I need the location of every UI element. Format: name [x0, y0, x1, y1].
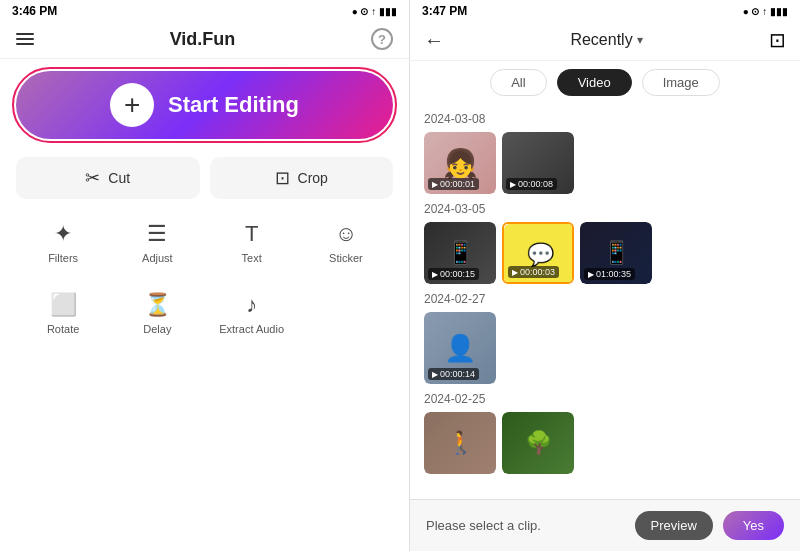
- media-scroll[interactable]: 2024-03-08 👧 ▶ 00:00:01 ▶ 00:00:08: [410, 104, 800, 481]
- filters-button[interactable]: ✦ Filters: [16, 213, 110, 272]
- yes-button[interactable]: Yes: [723, 511, 784, 540]
- help-button[interactable]: ?: [371, 28, 393, 50]
- right-status-icons: ● ⊙ ↑ ▮▮▮: [743, 6, 788, 17]
- crop-icon: ⊡: [275, 167, 290, 189]
- start-editing-label: Start Editing: [168, 92, 299, 118]
- recently-dropdown[interactable]: Recently ▾: [570, 31, 642, 49]
- adjust-icon: ☰: [147, 221, 167, 247]
- cut-icon: ✂: [85, 167, 100, 189]
- adjust-label: Adjust: [142, 252, 173, 264]
- recently-label: Recently: [570, 31, 632, 49]
- left-time: 3:46 PM: [12, 4, 57, 18]
- cut-label: Cut: [108, 170, 130, 186]
- start-editing-container: + Start Editing: [0, 59, 409, 151]
- text-label: Text: [242, 252, 262, 264]
- delay-icon: ⏳: [144, 292, 171, 318]
- media-row-2024-02-25: 🚶 🌳: [424, 412, 786, 474]
- hamburger-menu[interactable]: [16, 33, 34, 45]
- bottom-actions: Preview Yes: [635, 511, 784, 540]
- media-thumb[interactable]: 👧 ▶ 00:00:01: [424, 132, 496, 194]
- filters-icon: ✦: [54, 221, 72, 247]
- sticker-label: Sticker: [329, 252, 363, 264]
- duration-badge: ▶ 00:00:03: [508, 266, 559, 278]
- play-icon: ▶: [432, 270, 438, 279]
- play-icon: ▶: [432, 370, 438, 379]
- tab-all[interactable]: All: [490, 69, 546, 96]
- duration-badge: ▶ 00:00:01: [428, 178, 479, 190]
- right-status-bar: 3:47 PM ● ⊙ ↑ ▮▮▮: [410, 0, 800, 22]
- icon-grid-row2: ⬜ Rotate ⏳ Delay ♪ Extract Audio: [0, 280, 409, 347]
- delay-button[interactable]: ⏳ Delay: [110, 284, 204, 343]
- back-button[interactable]: ←: [424, 29, 444, 52]
- left-status-icons: ● ⊙ ↑ ▮▮▮: [352, 6, 397, 17]
- extract-audio-icon: ♪: [246, 292, 257, 318]
- play-icon: ▶: [512, 268, 518, 277]
- media-thumb[interactable]: 👤 ▶ 00:00:14: [424, 312, 496, 384]
- date-2024-03-05: 2024-03-05: [424, 202, 786, 216]
- media-row-2024-03-08: 👧 ▶ 00:00:01 ▶ 00:00:08: [424, 132, 786, 194]
- play-icon: ▶: [432, 180, 438, 189]
- crop-button[interactable]: ⊡ Crop: [210, 157, 394, 199]
- filters-label: Filters: [48, 252, 78, 264]
- date-2024-02-27: 2024-02-27: [424, 292, 786, 306]
- chevron-down-icon: ▾: [637, 33, 643, 47]
- left-header: Vid.Fun ?: [0, 22, 409, 59]
- duration-badge: ▶ 01:00:35: [584, 268, 635, 280]
- rotate-icon: ⬜: [50, 292, 77, 318]
- extract-audio-label: Extract Audio: [219, 323, 284, 335]
- media-thumb[interactable]: ▶ 00:00:08: [502, 132, 574, 194]
- icon-grid-row1: ✦ Filters ☰ Adjust T Text ☺ Sticker: [0, 205, 409, 280]
- text-icon: T: [245, 221, 258, 247]
- play-icon: ▶: [588, 270, 594, 279]
- preview-button[interactable]: Preview: [635, 511, 713, 540]
- media-thumb[interactable]: 🚶: [424, 412, 496, 474]
- app-title: Vid.Fun: [170, 29, 236, 50]
- date-2024-03-08: 2024-03-08: [424, 112, 786, 126]
- duration-badge: ▶ 00:00:14: [428, 368, 479, 380]
- rotate-label: Rotate: [47, 323, 79, 335]
- delay-label: Delay: [143, 323, 171, 335]
- filter-tabs: All Video Image: [410, 61, 800, 104]
- duration-badge: ▶ 00:00:08: [506, 178, 557, 190]
- tool-row-1: ✂ Cut ⊡ Crop: [0, 151, 409, 205]
- left-status-bar: 3:46 PM ● ⊙ ↑ ▮▮▮: [0, 0, 409, 22]
- plus-icon: +: [110, 83, 154, 127]
- media-thumb[interactable]: 📱 ▶ 01:00:35: [580, 222, 652, 284]
- cut-button[interactable]: ✂ Cut: [16, 157, 200, 199]
- media-row-2024-03-05: 📱 ▶ 00:00:15 💬 ▶ 00:00:03 📱: [424, 222, 786, 284]
- play-icon: ▶: [510, 180, 516, 189]
- media-thumb[interactable]: 📱 ▶ 00:00:15: [424, 222, 496, 284]
- extract-audio-button[interactable]: ♪ Extract Audio: [205, 284, 299, 343]
- camera-button[interactable]: ⊡: [769, 28, 786, 52]
- sticker-icon: ☺: [335, 221, 357, 247]
- text-button[interactable]: T Text: [205, 213, 299, 272]
- placeholder: [299, 284, 393, 343]
- start-editing-button[interactable]: + Start Editing: [16, 71, 393, 139]
- bottom-bar: Please select a clip. Preview Yes: [410, 499, 800, 551]
- right-time: 3:47 PM: [422, 4, 467, 18]
- select-clip-text: Please select a clip.: [426, 518, 541, 533]
- rotate-button[interactable]: ⬜ Rotate: [16, 284, 110, 343]
- tab-image[interactable]: Image: [642, 69, 720, 96]
- tab-video[interactable]: Video: [557, 69, 632, 96]
- left-panel: 3:46 PM ● ⊙ ↑ ▮▮▮ Vid.Fun ? + Start Edit…: [0, 0, 410, 551]
- media-thumb-selected[interactable]: 💬 ▶ 00:00:03: [502, 222, 574, 284]
- date-2024-02-25: 2024-02-25: [424, 392, 786, 406]
- sticker-button[interactable]: ☺ Sticker: [299, 213, 393, 272]
- media-thumb[interactable]: 🌳: [502, 412, 574, 474]
- right-panel: 3:47 PM ● ⊙ ↑ ▮▮▮ ← Recently ▾ ⊡ All Vid…: [410, 0, 800, 551]
- right-header: ← Recently ▾ ⊡: [410, 22, 800, 61]
- crop-label: Crop: [298, 170, 328, 186]
- adjust-button[interactable]: ☰ Adjust: [110, 213, 204, 272]
- duration-badge: ▶ 00:00:15: [428, 268, 479, 280]
- media-row-2024-02-27: 👤 ▶ 00:00:14: [424, 312, 786, 384]
